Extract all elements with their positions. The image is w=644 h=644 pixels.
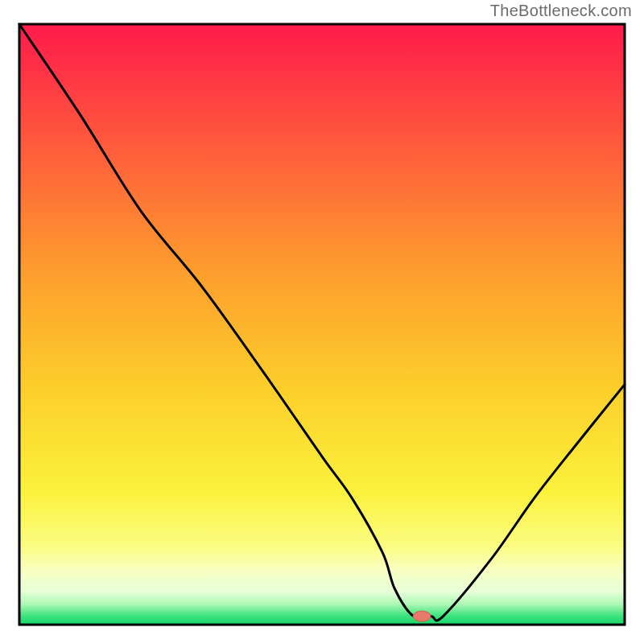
chart-container xyxy=(13,19,631,631)
chart-background xyxy=(19,24,625,625)
highlight-marker xyxy=(413,611,431,621)
bottleneck-chart xyxy=(13,19,631,631)
watermark-label: TheBottleneck.com xyxy=(490,2,632,20)
